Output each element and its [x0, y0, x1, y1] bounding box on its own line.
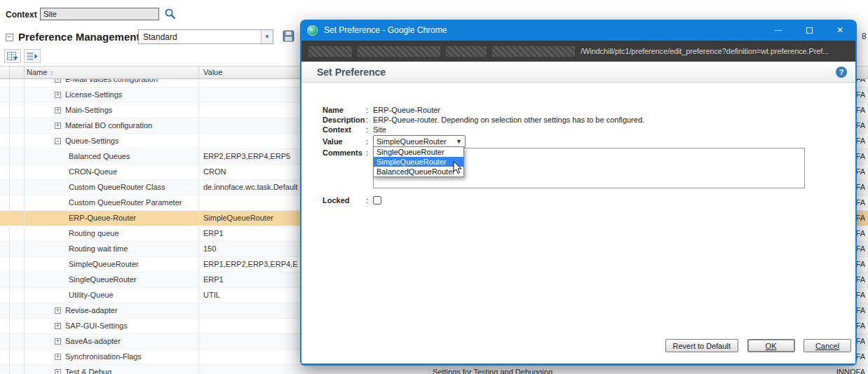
- tree-toggle-icon[interactable]: +: [55, 338, 61, 345]
- row-value-cell: [203, 365, 429, 374]
- context-value: Site: [373, 125, 386, 134]
- column-header-value[interactable]: Value: [203, 68, 222, 76]
- expand-rows-icon[interactable]: [24, 49, 41, 63]
- cancel-button[interactable]: Cancel: [803, 339, 851, 352]
- tree-toggle-icon[interactable]: +: [55, 92, 61, 98]
- chevron-down-icon: ▼: [261, 30, 273, 43]
- minimize-button[interactable]: [763, 20, 794, 41]
- listbox-option[interactable]: SingleQueueRouter: [374, 147, 463, 157]
- row-name-cell: +SAP-GUI-Settings: [25, 319, 199, 333]
- context-label: Context: [323, 125, 366, 134]
- redacted-url-segment: [308, 46, 352, 57]
- row-gutter-cell: [10, 272, 25, 287]
- row-name-cell: +SaveAs-adapter: [25, 334, 199, 349]
- url-text: /Windchill/ptc1/preference/edit_preferen…: [581, 47, 829, 55]
- tree-toggle-icon[interactable]: +: [55, 123, 61, 129]
- row-gutter-cell: [0, 257, 10, 272]
- row-gutter-cell: [0, 211, 10, 226]
- row-gutter-cell: [10, 349, 25, 364]
- row-name-text: Queue-Settings: [65, 134, 118, 148]
- description-label: Description: [323, 115, 366, 125]
- row-gutter-cell: [10, 319, 25, 333]
- table-row[interactable]: +Test & DebugSettings for Testing and De…: [0, 365, 868, 374]
- row-name-cell: +Revise-adapter: [25, 303, 199, 318]
- row-name-cell: −Queue-Settings: [25, 134, 199, 148]
- row-name-text: SAP-GUI-Settings: [65, 319, 128, 333]
- preference-form: Name ERP-Queue-Router Description ERP-Qu…: [323, 105, 841, 205]
- maximize-button[interactable]: [794, 20, 825, 41]
- screen: Context − Preference Management Standard…: [0, 0, 868, 374]
- context-label: Context: [6, 10, 37, 20]
- value-listbox: SingleQueueRouterSimpleQueueRouterBalanc…: [373, 146, 464, 177]
- colon: [366, 125, 373, 134]
- revert-to-default-button[interactable]: Revert to Default: [665, 339, 739, 352]
- page-title: Preference Management: [18, 31, 140, 43]
- row-gutter-cell: [0, 149, 10, 164]
- row-name-cell: +License-Settings: [25, 88, 199, 102]
- row-gutter-cell: [0, 242, 10, 256]
- locked-checkbox[interactable]: [373, 196, 381, 205]
- row-clipped-fragment: INNOFA: [816, 365, 865, 374]
- dialog-title: Set Preference: [317, 67, 836, 78]
- view-selector[interactable]: Standard ▼: [138, 29, 273, 44]
- row-gutter-cell: [0, 134, 10, 148]
- tree-toggle-icon[interactable]: +: [55, 354, 61, 360]
- column-header-name[interactable]: Name↑: [27, 68, 53, 76]
- row-gutter-cell: [10, 211, 25, 226]
- listbox-option[interactable]: BalancedQueueRouter: [374, 167, 463, 176]
- row-name-cell: +E-Mail values configuration: [25, 79, 199, 87]
- tree-toggle-icon[interactable]: +: [55, 307, 61, 314]
- window-titlebar[interactable]: Set Preference - Google Chrome ✕: [301, 20, 855, 41]
- row-gutter-cell: [0, 180, 10, 195]
- dialog-header: Set Preference ?: [301, 62, 855, 83]
- address-bar[interactable]: /Windchill/ptc1/preference/edit_preferen…: [301, 41, 855, 62]
- table-toolbar: [4, 49, 41, 63]
- row-gutter-cell: [0, 349, 10, 364]
- table-view-icon[interactable]: [4, 49, 21, 63]
- row-gutter-cell: [0, 79, 10, 87]
- help-icon[interactable]: ?: [836, 67, 847, 78]
- row-name-text: Custom QueueRouter Class: [69, 180, 165, 195]
- row-gutter-cell: [0, 118, 10, 133]
- row-gutter-cell: [10, 134, 25, 148]
- maximize-icon: [806, 27, 813, 34]
- window-title: Set Preference - Google Chrome: [324, 25, 763, 35]
- row-description-cell: Settings for Testing and Debugging: [433, 365, 797, 374]
- row-name-text: Material BO configuration: [65, 118, 152, 133]
- tree-toggle-icon[interactable]: +: [55, 107, 61, 113]
- row-name-text: ERP-Queue-Router: [69, 211, 136, 226]
- dialog-body: Set Preference ? Name ERP-Queue-Router D…: [301, 62, 855, 363]
- row-name-cell: CRON-Queue: [25, 165, 199, 179]
- ok-button[interactable]: OK: [747, 339, 795, 352]
- row-name-text: SimpleQueueRouter: [69, 257, 139, 272]
- locked-field-row: Locked: [323, 195, 841, 205]
- collapse-section-icon[interactable]: −: [6, 34, 13, 41]
- row-name-cell: +Test & Debug: [25, 365, 199, 374]
- colon: [366, 115, 373, 125]
- row-gutter-cell: [0, 226, 10, 241]
- tree-toggle-icon[interactable]: −: [55, 138, 61, 144]
- save-icon[interactable]: [282, 30, 294, 43]
- context-input[interactable]: [40, 8, 159, 20]
- tree-toggle-icon[interactable]: +: [55, 79, 61, 83]
- colon: [366, 105, 373, 115]
- tree-toggle-icon[interactable]: +: [55, 323, 61, 329]
- row-name-cell: ERP-Queue-Router: [25, 211, 199, 226]
- listbox-option[interactable]: SimpleQueueRouter: [374, 157, 463, 167]
- gutter-header-cell: [0, 67, 10, 78]
- row-gutter-cell: [10, 180, 25, 195]
- tree-toggle-icon[interactable]: +: [55, 369, 61, 374]
- value-select[interactable]: SimpleQueueRouter ▼: [373, 135, 466, 148]
- row-gutter-cell: [10, 118, 25, 133]
- row-name-text: Revise-adapter: [65, 303, 118, 318]
- close-button[interactable]: ✕: [825, 20, 855, 41]
- row-name-cell: Routing queue: [25, 226, 199, 241]
- colon: [366, 148, 373, 158]
- row-name-text: E-Mail values configuration: [65, 79, 158, 87]
- comments-label: Comments: [323, 148, 366, 158]
- search-icon[interactable]: [164, 8, 177, 20]
- row-gutter-cell: [10, 79, 25, 87]
- row-gutter-cell: [10, 88, 25, 102]
- name-label: Name: [323, 105, 366, 115]
- row-gutter-cell: [10, 257, 25, 272]
